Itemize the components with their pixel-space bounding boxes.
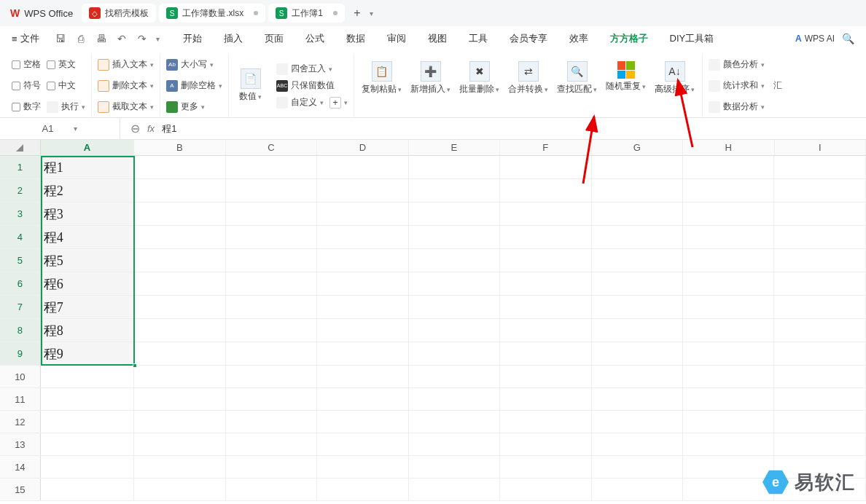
tab-start[interactable]: 开始 <box>179 29 206 48</box>
cell[interactable] <box>500 366 591 388</box>
cell[interactable] <box>134 388 225 411</box>
data-analysis[interactable]: 数据分析▾ <box>709 101 765 113</box>
cell[interactable] <box>317 366 408 388</box>
delete-space-button[interactable]: A删除空格▾ <box>166 79 222 92</box>
colhead-H[interactable]: H <box>683 140 774 155</box>
cell[interactable] <box>409 433 500 456</box>
cell[interactable] <box>592 366 683 388</box>
cell[interactable]: 程6 <box>41 272 134 296</box>
rowhead[interactable]: 14 <box>0 456 41 479</box>
cell[interactable] <box>317 249 408 272</box>
colhead-A[interactable]: A <box>41 140 134 155</box>
cell[interactable] <box>774 249 865 272</box>
cell[interactable] <box>317 433 408 456</box>
undo-icon[interactable]: ↶ <box>115 32 128 45</box>
colhead-E[interactable]: E <box>409 140 500 155</box>
cell[interactable] <box>500 272 591 296</box>
random-repeat-button[interactable]: 随机重复▾ <box>601 58 650 95</box>
cell[interactable] <box>500 179 591 202</box>
cell[interactable] <box>774 319 865 342</box>
rowhead[interactable]: 13 <box>0 433 41 456</box>
cell[interactable] <box>317 456 408 479</box>
colhead-F[interactable]: F <box>500 140 591 155</box>
formula-value[interactable]: 程1 <box>162 122 176 135</box>
cell[interactable] <box>500 479 591 501</box>
cell[interactable] <box>317 479 408 501</box>
rowhead[interactable]: 9 <box>0 342 41 366</box>
cell[interactable] <box>500 388 591 411</box>
delete-text[interactable]: 删除文本▾ <box>98 79 154 92</box>
cell[interactable] <box>774 366 865 388</box>
cell[interactable] <box>592 342 683 366</box>
tab-workbook-2[interactable]: S 工作簿1 <box>268 4 345 23</box>
cell[interactable] <box>226 433 317 456</box>
rowhead[interactable]: 8 <box>0 319 41 342</box>
cell[interactable] <box>41 411 134 433</box>
cell[interactable] <box>592 319 683 342</box>
redo-icon[interactable]: ↷ <box>136 32 149 45</box>
cell[interactable] <box>683 202 774 226</box>
cell[interactable] <box>592 156 683 179</box>
cell[interactable] <box>409 156 500 179</box>
cell[interactable]: 程5 <box>41 249 134 272</box>
selection-handle[interactable] <box>133 363 137 368</box>
cell[interactable] <box>226 456 317 479</box>
tab-data[interactable]: 数据 <box>342 29 370 48</box>
cell[interactable] <box>409 456 500 479</box>
cell[interactable] <box>134 366 225 388</box>
cell[interactable]: 程1 <box>41 156 134 179</box>
tab-efficiency[interactable]: 效率 <box>565 29 593 48</box>
add-tab-button[interactable]: + <box>348 4 367 23</box>
cell[interactable] <box>683 388 774 411</box>
cell[interactable] <box>500 456 591 479</box>
cell[interactable] <box>41 479 134 501</box>
cell[interactable]: 程4 <box>41 226 134 249</box>
cell[interactable] <box>592 226 683 249</box>
cell[interactable] <box>774 296 865 319</box>
cell[interactable] <box>683 433 774 456</box>
tabs-chevron-icon[interactable]: ▾ <box>370 9 373 17</box>
cell[interactable] <box>683 179 774 202</box>
cell[interactable] <box>592 456 683 479</box>
cell[interactable] <box>134 156 225 179</box>
cancel-fx-icon[interactable]: ⊖ <box>130 122 140 135</box>
colhead-D[interactable]: D <box>317 140 408 155</box>
keep-number-button[interactable]: ABC只保留数值 <box>276 79 348 92</box>
rowhead[interactable]: 1 <box>0 156 41 179</box>
custom-button[interactable]: 自定义▾ <box>276 96 324 109</box>
tab-view[interactable]: 视图 <box>424 29 451 48</box>
cell[interactable] <box>134 179 225 202</box>
case-button[interactable]: Ab大小写▾ <box>166 58 222 71</box>
cell[interactable] <box>683 411 774 433</box>
cell[interactable] <box>409 202 500 226</box>
cell[interactable] <box>774 388 865 411</box>
rowhead[interactable]: 7 <box>0 296 41 319</box>
cell[interactable] <box>226 388 317 411</box>
cell[interactable] <box>683 319 774 342</box>
cell[interactable] <box>683 156 774 179</box>
cell[interactable] <box>134 272 225 296</box>
cell[interactable] <box>317 296 408 319</box>
cell[interactable] <box>409 479 500 501</box>
cell[interactable] <box>226 226 317 249</box>
cell[interactable] <box>134 319 225 342</box>
cell[interactable] <box>683 272 774 296</box>
cell[interactable] <box>409 272 500 296</box>
cell[interactable] <box>409 411 500 433</box>
cell[interactable] <box>683 366 774 388</box>
cell[interactable] <box>226 319 317 342</box>
cell[interactable] <box>226 272 317 296</box>
cell[interactable] <box>683 226 774 249</box>
check-space[interactable]: 空格 <box>12 58 41 71</box>
cell[interactable] <box>592 433 683 456</box>
tab-tools[interactable]: 工具 <box>464 29 492 48</box>
print-icon[interactable]: 🖶 <box>95 32 108 45</box>
cell[interactable] <box>683 342 774 366</box>
wps-ai-button[interactable]: A WPS AI <box>795 34 835 44</box>
cell[interactable] <box>134 342 225 366</box>
colhead-I[interactable]: I <box>775 140 866 155</box>
cell[interactable] <box>317 411 408 433</box>
rowhead[interactable]: 4 <box>0 226 41 249</box>
cell[interactable] <box>134 479 225 501</box>
cell[interactable] <box>500 296 591 319</box>
